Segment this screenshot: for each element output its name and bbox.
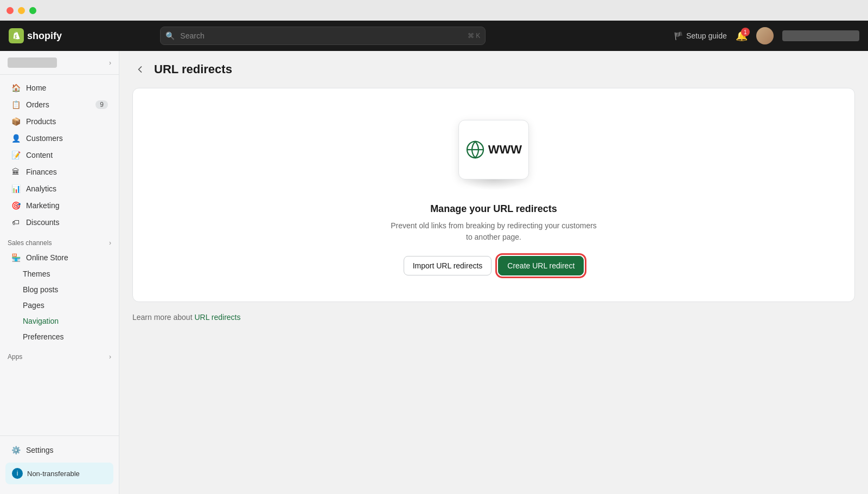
non-transferable-banner: i Non-transferable — [5, 463, 113, 484]
search-bar: 🔍 ⌘ K — [160, 27, 486, 45]
non-transferable-label: Non-transferable — [27, 470, 80, 478]
sidebar-item-online-store[interactable]: 🏪 Online Store — [3, 249, 116, 266]
notification-button[interactable]: 🔔 1 — [736, 30, 748, 42]
page-header: URL redirects — [132, 62, 855, 77]
illustration: WWW — [450, 114, 537, 190]
url-redirects-link[interactable]: URL redirects — [194, 313, 240, 322]
topbar-right: 🏴 Setup guide 🔔 1 username — [674, 27, 859, 44]
sidebar-item-marketing-label: Marketing — [26, 201, 59, 210]
shopify-logo-text: shopify — [27, 30, 62, 42]
sidebar-subitem-themes[interactable]: Themes — [3, 266, 116, 281]
topbar: shopify 🔍 ⌘ K 🏴 Setup guide 🔔 1 username — [0, 21, 868, 51]
avatar-placeholder — [756, 27, 774, 44]
finances-icon: 🏛 — [11, 168, 21, 176]
setup-guide-label: Setup guide — [686, 31, 727, 40]
marketing-icon: 🎯 — [11, 201, 21, 210]
close-dot[interactable] — [7, 7, 14, 14]
customers-icon: 👤 — [11, 134, 21, 143]
store-chevron-icon: › — [109, 59, 111, 67]
sidebar-item-analytics-label: Analytics — [26, 184, 56, 193]
setup-guide-button[interactable]: 🏴 Setup guide — [674, 31, 727, 40]
sidebar-item-settings[interactable]: ⚙️ Settings — [3, 442, 116, 458]
sidebar-item-home-label: Home — [26, 84, 46, 92]
settings-icon: ⚙️ — [11, 446, 21, 454]
sales-channels-label: Sales channels — [8, 239, 52, 247]
main-content: URL redirects WWW Manage your — [119, 51, 868, 494]
search-icon: 🔍 — [165, 31, 175, 40]
import-url-redirects-button[interactable]: Import URL redirects — [404, 256, 492, 275]
empty-state-description: Prevent old links from breaking by redir… — [391, 220, 597, 243]
discounts-icon: 🏷 — [11, 218, 21, 227]
sidebar-item-online-store-label: Online Store — [26, 253, 68, 262]
www-text: WWW — [488, 143, 522, 157]
sidebar-item-customers[interactable]: 👤 Customers — [3, 130, 116, 146]
learn-more-text: Learn more about — [132, 313, 194, 322]
search-input[interactable] — [160, 27, 486, 45]
sales-channels-header: Sales channels › — [0, 235, 119, 249]
analytics-icon: 📊 — [11, 184, 21, 193]
empty-state-title: Manage your URL redirects — [430, 203, 557, 215]
sidebar-item-orders[interactable]: 📋 Orders 9 — [3, 97, 116, 113]
empty-state-card: WWW Manage your URL redirects Prevent ol… — [132, 88, 855, 302]
search-shortcut: ⌘ K — [468, 32, 480, 40]
sidebar-item-content-label: Content — [26, 151, 53, 159]
sidebar-subitem-themes-label: Themes — [23, 270, 50, 278]
notification-badge: 1 — [741, 28, 750, 36]
sidebar-subitem-preferences[interactable]: Preferences — [3, 329, 116, 344]
sidebar-item-products-label: Products — [26, 117, 56, 126]
maximize-dot[interactable] — [29, 7, 36, 14]
online-store-icon: 🏪 — [11, 253, 21, 262]
sales-channels-chevron-icon: › — [109, 239, 111, 247]
app-layout: Store › 🏠 Home 📋 Orders 9 📦 Products 👤 C… — [0, 51, 868, 494]
apps-header: Apps › — [0, 349, 119, 363]
sidebar-subitem-blog-posts[interactable]: Blog posts — [3, 282, 116, 297]
create-url-redirect-button[interactable]: Create URL redirect — [498, 256, 584, 275]
content-icon: 📝 — [11, 151, 21, 159]
shopify-logo-icon — [9, 28, 24, 43]
orders-icon: 📋 — [11, 100, 21, 109]
sidebar-item-discounts-label: Discounts — [26, 218, 59, 227]
products-icon: 📦 — [11, 117, 21, 126]
minimize-dot[interactable] — [18, 7, 25, 14]
sidebar-item-marketing[interactable]: 🎯 Marketing — [3, 197, 116, 214]
shopify-logo[interactable]: shopify — [9, 28, 62, 43]
sidebar-subitem-navigation-label: Navigation — [23, 317, 59, 325]
titlebar — [0, 0, 868, 21]
sidebar-item-analytics[interactable]: 📊 Analytics — [3, 181, 116, 197]
sidebar-item-discounts[interactable]: 🏷 Discounts — [3, 214, 116, 230]
learn-more: Learn more about URL redirects — [132, 313, 855, 322]
sidebar-item-home[interactable]: 🏠 Home — [3, 80, 116, 96]
back-button[interactable] — [132, 62, 148, 77]
sidebar: Store › 🏠 Home 📋 Orders 9 📦 Products 👤 C… — [0, 51, 119, 494]
sidebar-subitem-pages[interactable]: Pages — [3, 298, 116, 313]
sidebar-item-finances[interactable]: 🏛 Finances — [3, 164, 116, 180]
store-name: Store — [8, 57, 57, 68]
sidebar-subitem-pages-label: Pages — [23, 301, 44, 310]
sidebar-item-customers-label: Customers — [26, 134, 63, 143]
sidebar-store: Store › — [0, 51, 119, 75]
avatar[interactable] — [756, 27, 774, 44]
orders-badge: 9 — [95, 100, 108, 109]
sidebar-item-content[interactable]: 📝 Content — [3, 147, 116, 163]
sidebar-item-orders-label: Orders — [26, 100, 49, 109]
sidebar-subitem-blog-posts-label: Blog posts — [23, 285, 58, 294]
sidebar-item-products[interactable]: 📦 Products — [3, 113, 116, 130]
globe-www-wrap: WWW — [465, 140, 522, 159]
sidebar-subitem-navigation[interactable]: Navigation — [3, 313, 116, 329]
sidebar-item-finances-label: Finances — [26, 168, 57, 176]
illustration-card: WWW — [458, 120, 529, 179]
info-icon: i — [12, 468, 23, 479]
sidebar-item-settings-label: Settings — [26, 446, 54, 454]
apps-label: Apps — [8, 353, 22, 361]
sidebar-footer: ⚙️ Settings i Non-transferable — [0, 435, 119, 494]
home-icon: 🏠 — [11, 84, 21, 92]
sidebar-subitem-preferences-label: Preferences — [23, 332, 63, 341]
apps-chevron-icon: › — [109, 353, 111, 361]
page-title: URL redirects — [154, 62, 232, 76]
flag-icon: 🏴 — [674, 31, 683, 40]
actions: Import URL redirects Create URL redirect — [404, 256, 584, 275]
sidebar-nav: 🏠 Home 📋 Orders 9 📦 Products 👤 Customers… — [0, 75, 119, 435]
user-name: username — [782, 30, 859, 41]
